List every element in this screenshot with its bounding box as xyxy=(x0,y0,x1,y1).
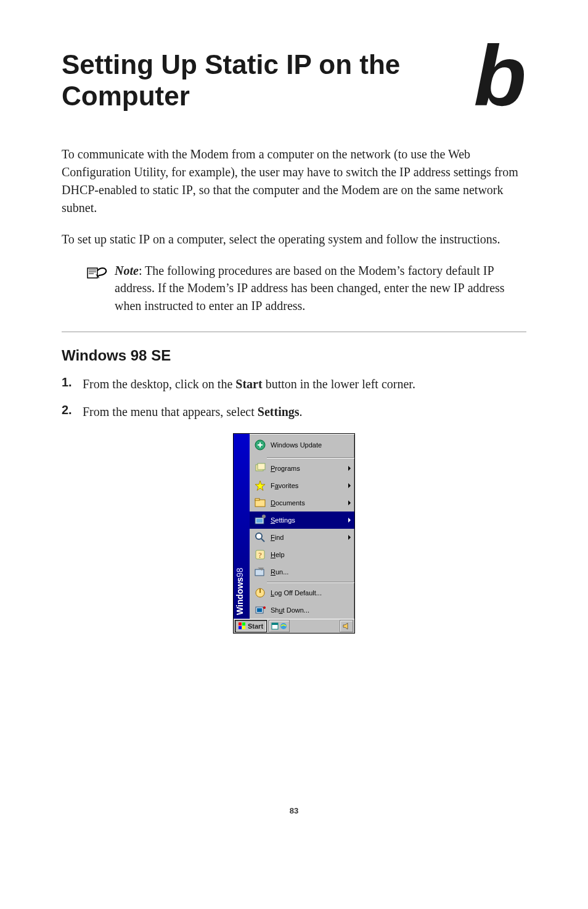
text: IP xyxy=(454,281,465,295)
intro-paragraph-2: To set up static IP on a computer, selec… xyxy=(62,230,526,248)
menu-item-label: Programs xyxy=(271,465,300,472)
step-number: 2. xyxy=(62,403,83,417)
chapter-letter: b xyxy=(473,37,526,115)
text: IP xyxy=(139,232,150,246)
text: IP xyxy=(251,299,263,312)
windows-update-icon xyxy=(253,439,267,451)
menu-item-favorites[interactable]: Favorites xyxy=(250,477,354,494)
quick-launch[interactable] xyxy=(269,620,290,632)
step-number: 1. xyxy=(62,375,83,389)
run-icon xyxy=(253,566,267,578)
text: To set up static xyxy=(62,232,139,246)
svg-point-9 xyxy=(256,533,262,539)
shut-down-icon xyxy=(253,604,267,616)
menu-item-shut-down[interactable]: Shut Down... xyxy=(250,601,354,619)
brand-text: Windows xyxy=(235,577,245,615)
note-lead: Note xyxy=(115,264,139,277)
section-heading: Windows 98 SE xyxy=(62,347,526,364)
submenu-arrow-icon xyxy=(348,483,351,488)
svg-line-10 xyxy=(261,539,264,542)
text: IP xyxy=(399,165,410,179)
menu-item-windows-update[interactable]: Windows Update xyxy=(250,434,354,456)
text: : The following procedures are based on … xyxy=(139,264,483,277)
step-text: From the menu that appears, select Setti… xyxy=(83,403,303,421)
find-icon xyxy=(253,531,267,544)
svg-point-8 xyxy=(262,515,266,518)
favorites-icon xyxy=(253,479,267,492)
menu-item-run[interactable]: Run... xyxy=(250,563,354,581)
taskbar: Start xyxy=(234,619,354,633)
svg-rect-2 xyxy=(258,463,265,470)
svg-marker-3 xyxy=(255,481,265,491)
svg-rect-20 xyxy=(239,626,242,629)
text: address. xyxy=(262,299,305,312)
text: Settings xyxy=(258,405,300,418)
submenu-arrow-icon xyxy=(348,500,351,505)
windows-logo-icon xyxy=(239,622,246,630)
version-text: 98 xyxy=(235,568,245,577)
menu-item-log-off-default[interactable]: Log Off Default... xyxy=(250,584,354,601)
svg-rect-7 xyxy=(256,519,263,523)
documents-icon xyxy=(253,497,267,509)
programs-icon xyxy=(253,462,267,475)
text: address. If the Modem’s xyxy=(115,281,237,295)
text: on a computer, select the operating syst… xyxy=(150,232,500,246)
text: address has been changed, enter the new xyxy=(248,281,454,295)
text: From the menu that appears, select xyxy=(83,405,258,418)
step-2: 2. From the menu that appears, select Se… xyxy=(62,403,526,421)
help-icon: ? xyxy=(253,548,267,561)
menu-item-find[interactable]: Find xyxy=(250,529,354,546)
svg-rect-23 xyxy=(272,623,278,625)
menu-separator xyxy=(267,457,354,459)
svg-rect-13 xyxy=(255,569,264,576)
text: address settings from xyxy=(410,165,518,179)
menu-item-settings[interactable]: Settings xyxy=(250,512,354,529)
step-text: From the desktop, click on the Start but… xyxy=(83,375,415,393)
system-tray[interactable] xyxy=(340,620,353,632)
menu-item-documents[interactable]: Documents xyxy=(250,494,354,512)
settings-icon xyxy=(253,514,267,526)
menu-item-label: Settings xyxy=(271,516,295,524)
menu-item-label: Documents xyxy=(271,499,305,507)
start-button-label: Start xyxy=(248,622,263,630)
menu-item-label: Favorites xyxy=(271,482,298,489)
note-icon xyxy=(86,264,111,284)
menu-item-label: Help xyxy=(271,551,285,558)
start-menu: Windows98 Windows UpdateProgramsFavorite… xyxy=(233,433,355,634)
note-block: Note: The following procedures are based… xyxy=(86,262,526,314)
volume-icon xyxy=(343,622,350,630)
svg-rect-16 xyxy=(257,608,262,612)
windows-band: Windows98 xyxy=(234,434,250,619)
step-1: 1. From the desktop, click on the Start … xyxy=(62,375,526,393)
menu-item-label: Windows Update xyxy=(271,441,322,449)
submenu-arrow-icon xyxy=(348,535,351,540)
svg-rect-18 xyxy=(239,622,242,626)
intro-paragraph-1: To communicate with the Modem from a com… xyxy=(62,145,526,217)
text: From the desktop, click on the xyxy=(83,377,235,391)
submenu-arrow-icon xyxy=(348,466,351,471)
ie-icon xyxy=(280,622,287,630)
note-text: Note: The following procedures are based… xyxy=(111,262,526,314)
menu-item-label: Log Off Default... xyxy=(271,589,322,597)
page-title: Setting Up Static IP on the Computer xyxy=(62,49,461,112)
section-divider xyxy=(62,332,526,332)
page-number: 83 xyxy=(62,806,526,815)
svg-rect-4 xyxy=(255,500,265,507)
text: IP xyxy=(237,281,248,295)
menu-separator xyxy=(267,582,354,583)
svg-point-17 xyxy=(263,606,266,609)
menu-list: Windows UpdateProgramsFavoritesDocuments… xyxy=(250,434,354,619)
text: IP xyxy=(182,183,193,197)
text: button in the lower left corner. xyxy=(263,377,415,391)
start-button[interactable]: Start xyxy=(235,620,267,632)
menu-item-label: Run... xyxy=(271,568,288,576)
show-desktop-icon xyxy=(271,622,279,630)
text: IP xyxy=(483,264,494,277)
text: . xyxy=(300,405,303,418)
text: -enabled to static xyxy=(94,183,182,197)
text: Start xyxy=(235,377,262,391)
text: DHCP xyxy=(62,183,94,197)
menu-item-programs[interactable]: Programs xyxy=(250,460,354,477)
start-menu-figure: Windows98 Windows UpdateProgramsFavorite… xyxy=(62,433,526,634)
menu-item-help[interactable]: ?Help xyxy=(250,546,354,563)
